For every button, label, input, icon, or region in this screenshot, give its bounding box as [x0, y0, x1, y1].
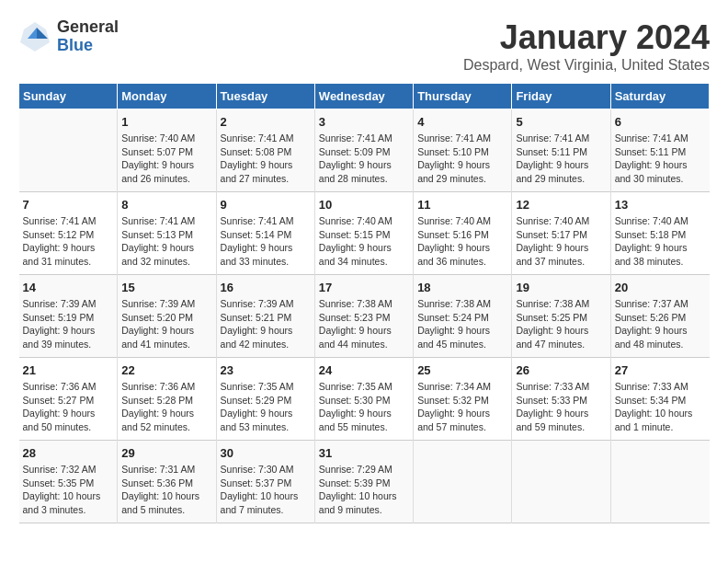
day-info: Sunrise: 7:40 AM Sunset: 5:16 PM Dayligh… [417, 214, 507, 269]
day-number: 4 [417, 115, 507, 129]
calendar-cell: 22Sunrise: 7:36 AM Sunset: 5:28 PM Dayli… [118, 358, 216, 441]
day-info: Sunrise: 7:38 AM Sunset: 5:24 PM Dayligh… [417, 297, 507, 351]
calendar-cell: 18Sunrise: 7:38 AM Sunset: 5:24 PM Dayli… [414, 275, 512, 358]
day-number: 11 [417, 198, 507, 212]
day-number: 13 [615, 198, 706, 212]
weekday-header: Thursday [414, 84, 512, 109]
location: Despard, West Virginia, United States [463, 57, 710, 74]
day-number: 20 [615, 281, 706, 294]
day-number: 6 [615, 115, 706, 129]
day-number: 31 [319, 446, 409, 460]
calendar-cell: 8Sunrise: 7:41 AM Sunset: 5:13 PM Daylig… [118, 192, 216, 275]
day-info: Sunrise: 7:41 AM Sunset: 5:11 PM Dayligh… [615, 132, 706, 186]
weekday-header: Sunday [19, 84, 118, 109]
day-number: 3 [319, 115, 409, 129]
day-number: 2 [221, 115, 311, 129]
day-number: 14 [23, 281, 114, 294]
logo-blue: Blue [57, 37, 119, 55]
calendar-cell: 28Sunrise: 7:32 AM Sunset: 5:35 PM Dayli… [19, 441, 118, 523]
calendar-cell: 24Sunrise: 7:35 AM Sunset: 5:30 PM Dayli… [314, 358, 413, 441]
day-info: Sunrise: 7:41 AM Sunset: 5:14 PM Dayligh… [221, 214, 311, 269]
month-title: January 2024 [463, 18, 710, 57]
day-number: 1 [121, 115, 211, 129]
calendar-cell: 15Sunrise: 7:39 AM Sunset: 5:20 PM Dayli… [118, 275, 216, 358]
calendar-cell: 5Sunrise: 7:41 AM Sunset: 5:11 PM Daylig… [512, 109, 610, 192]
day-number: 12 [516, 198, 606, 212]
day-info: Sunrise: 7:39 AM Sunset: 5:20 PM Dayligh… [121, 297, 211, 351]
weekday-header: Tuesday [216, 84, 314, 109]
calendar-cell [610, 441, 709, 523]
day-info: Sunrise: 7:36 AM Sunset: 5:27 PM Dayligh… [23, 380, 114, 434]
day-info: Sunrise: 7:41 AM Sunset: 5:13 PM Dayligh… [121, 214, 211, 269]
calendar-header-row: SundayMondayTuesdayWednesdayThursdayFrid… [19, 84, 710, 109]
day-info: Sunrise: 7:38 AM Sunset: 5:25 PM Dayligh… [516, 297, 606, 351]
day-info: Sunrise: 7:41 AM Sunset: 5:10 PM Dayligh… [417, 132, 507, 186]
calendar-cell: 31Sunrise: 7:29 AM Sunset: 5:39 PM Dayli… [314, 441, 413, 523]
day-number: 10 [319, 198, 409, 212]
day-info: Sunrise: 7:36 AM Sunset: 5:28 PM Dayligh… [121, 380, 211, 434]
calendar-cell: 14Sunrise: 7:39 AM Sunset: 5:19 PM Dayli… [19, 275, 118, 358]
calendar-cell: 12Sunrise: 7:40 AM Sunset: 5:17 PM Dayli… [512, 192, 610, 275]
day-info: Sunrise: 7:39 AM Sunset: 5:21 PM Dayligh… [221, 297, 311, 351]
day-number: 26 [516, 363, 606, 377]
day-number: 5 [516, 115, 606, 129]
day-number: 22 [121, 363, 211, 377]
day-number: 21 [23, 363, 114, 377]
calendar-cell: 25Sunrise: 7:34 AM Sunset: 5:32 PM Dayli… [414, 358, 512, 441]
calendar-cell: 1Sunrise: 7:40 AM Sunset: 5:07 PM Daylig… [118, 109, 216, 192]
logo: General Blue [18, 18, 119, 55]
day-number: 18 [417, 281, 507, 294]
calendar-cell: 9Sunrise: 7:41 AM Sunset: 5:14 PM Daylig… [216, 192, 314, 275]
day-info: Sunrise: 7:37 AM Sunset: 5:26 PM Dayligh… [615, 297, 706, 351]
calendar-cell: 13Sunrise: 7:40 AM Sunset: 5:18 PM Dayli… [610, 192, 709, 275]
day-info: Sunrise: 7:41 AM Sunset: 5:11 PM Dayligh… [516, 132, 606, 186]
calendar-cell: 6Sunrise: 7:41 AM Sunset: 5:11 PM Daylig… [610, 109, 709, 192]
day-number: 9 [221, 198, 311, 212]
day-number: 7 [23, 198, 114, 212]
day-info: Sunrise: 7:40 AM Sunset: 5:17 PM Dayligh… [516, 214, 606, 269]
calendar-cell: 23Sunrise: 7:35 AM Sunset: 5:29 PM Dayli… [216, 358, 314, 441]
day-info: Sunrise: 7:41 AM Sunset: 5:08 PM Dayligh… [221, 132, 311, 186]
calendar-cell: 7Sunrise: 7:41 AM Sunset: 5:12 PM Daylig… [19, 192, 118, 275]
day-info: Sunrise: 7:29 AM Sunset: 5:39 PM Dayligh… [319, 463, 409, 517]
calendar-cell: 10Sunrise: 7:40 AM Sunset: 5:15 PM Dayli… [314, 192, 413, 275]
day-info: Sunrise: 7:41 AM Sunset: 5:09 PM Dayligh… [319, 132, 409, 186]
day-number: 27 [615, 363, 706, 377]
calendar-table: SundayMondayTuesdayWednesdayThursdayFrid… [18, 83, 710, 523]
day-info: Sunrise: 7:35 AM Sunset: 5:30 PM Dayligh… [319, 380, 409, 434]
calendar-week-row: 7Sunrise: 7:41 AM Sunset: 5:12 PM Daylig… [19, 192, 710, 275]
weekday-header: Saturday [610, 84, 709, 109]
day-info: Sunrise: 7:34 AM Sunset: 5:32 PM Dayligh… [417, 380, 507, 434]
day-info: Sunrise: 7:31 AM Sunset: 5:36 PM Dayligh… [121, 463, 211, 517]
logo-text: General Blue [57, 18, 119, 55]
day-number: 24 [319, 363, 409, 377]
weekday-header: Friday [512, 84, 610, 109]
day-number: 23 [221, 363, 311, 377]
calendar-body: 1Sunrise: 7:40 AM Sunset: 5:07 PM Daylig… [19, 109, 710, 523]
day-info: Sunrise: 7:40 AM Sunset: 5:18 PM Dayligh… [615, 214, 706, 269]
day-number: 8 [121, 198, 211, 212]
title-area: January 2024 Despard, West Virginia, Uni… [463, 18, 710, 74]
calendar-cell: 2Sunrise: 7:41 AM Sunset: 5:08 PM Daylig… [216, 109, 314, 192]
calendar-cell: 21Sunrise: 7:36 AM Sunset: 5:27 PM Dayli… [19, 358, 118, 441]
page-header: General Blue January 2024 Despard, West … [18, 18, 710, 74]
calendar-cell: 20Sunrise: 7:37 AM Sunset: 5:26 PM Dayli… [610, 275, 709, 358]
day-number: 25 [417, 363, 507, 377]
day-number: 28 [23, 446, 114, 460]
day-info: Sunrise: 7:40 AM Sunset: 5:07 PM Dayligh… [121, 132, 211, 186]
day-info: Sunrise: 7:33 AM Sunset: 5:33 PM Dayligh… [516, 380, 606, 434]
calendar-cell [414, 441, 512, 523]
calendar-cell: 19Sunrise: 7:38 AM Sunset: 5:25 PM Dayli… [512, 275, 610, 358]
calendar-cell: 17Sunrise: 7:38 AM Sunset: 5:23 PM Dayli… [314, 275, 413, 358]
calendar-week-row: 21Sunrise: 7:36 AM Sunset: 5:27 PM Dayli… [19, 358, 710, 441]
day-number: 17 [319, 281, 409, 294]
day-number: 15 [121, 281, 211, 294]
calendar-cell: 4Sunrise: 7:41 AM Sunset: 5:10 PM Daylig… [414, 109, 512, 192]
day-info: Sunrise: 7:41 AM Sunset: 5:12 PM Dayligh… [23, 214, 114, 269]
day-number: 16 [221, 281, 311, 294]
calendar-cell: 30Sunrise: 7:30 AM Sunset: 5:37 PM Dayli… [216, 441, 314, 523]
weekday-header: Wednesday [314, 84, 413, 109]
weekday-header: Monday [118, 84, 216, 109]
day-info: Sunrise: 7:38 AM Sunset: 5:23 PM Dayligh… [319, 297, 409, 351]
day-info: Sunrise: 7:30 AM Sunset: 5:37 PM Dayligh… [221, 463, 311, 517]
